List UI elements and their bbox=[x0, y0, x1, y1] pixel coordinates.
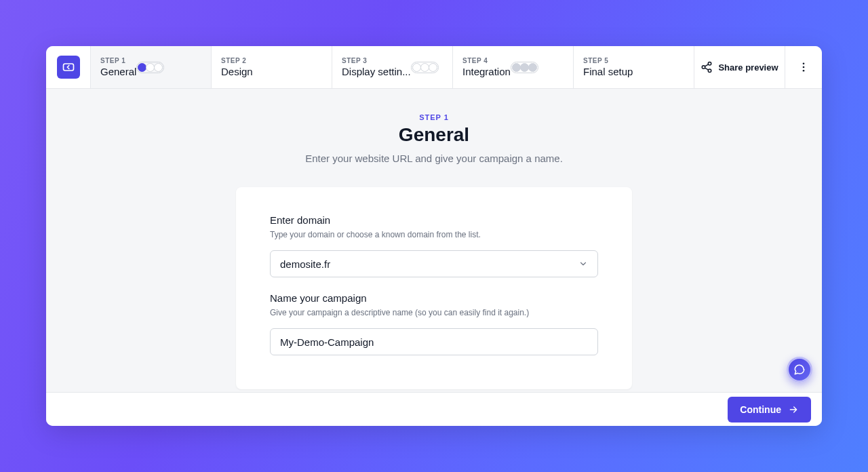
footer-bar: Continue bbox=[46, 392, 822, 426]
app-panel: STEP 1 General STEP 2 Design STEP 3 Disp… bbox=[46, 46, 822, 426]
domain-select[interactable]: demosite.fr bbox=[270, 250, 598, 277]
share-icon bbox=[701, 61, 713, 73]
campaign-name-label: Name your campaign bbox=[270, 292, 598, 304]
progress-dots bbox=[136, 62, 164, 73]
share-label: Share preview bbox=[718, 62, 778, 73]
main-body: STEP 1 General Enter your website URL an… bbox=[46, 89, 822, 392]
domain-help: Type your domain or choose a known domai… bbox=[270, 230, 598, 239]
tab-step-1[interactable]: STEP 1 General bbox=[91, 46, 212, 88]
step-label: STEP 3 bbox=[342, 57, 411, 64]
page-step: STEP 1 bbox=[305, 113, 563, 121]
step-name: Design bbox=[221, 66, 253, 77]
step-label: STEP 1 bbox=[100, 57, 136, 64]
continue-button[interactable]: Continue bbox=[728, 397, 811, 422]
step-label: STEP 4 bbox=[462, 57, 511, 64]
campaign-name-input[interactable] bbox=[270, 328, 598, 355]
svg-point-6 bbox=[803, 70, 805, 72]
chevron-down-icon bbox=[578, 259, 588, 269]
continue-label: Continue bbox=[740, 404, 781, 415]
share-preview-button[interactable]: Share preview bbox=[694, 46, 785, 88]
progress-dots bbox=[411, 62, 439, 73]
page-subtitle: Enter your website URL and give your cam… bbox=[305, 153, 563, 164]
svg-point-1 bbox=[709, 62, 712, 66]
page-header: STEP 1 General Enter your website URL an… bbox=[305, 113, 563, 164]
step-name: Final setup bbox=[583, 66, 633, 77]
tab-step-3[interactable]: STEP 3 Display settin... bbox=[332, 46, 453, 88]
chat-icon bbox=[793, 363, 806, 376]
wizard-header: STEP 1 General STEP 2 Design STEP 3 Disp… bbox=[46, 46, 822, 89]
step-label: STEP 5 bbox=[583, 57, 633, 64]
arrow-right-icon bbox=[788, 404, 799, 415]
campaign-name-help: Give your campaign a descriptive name (s… bbox=[270, 308, 598, 317]
more-vertical-icon bbox=[797, 61, 810, 73]
svg-point-3 bbox=[709, 69, 712, 73]
step-name: Integration bbox=[462, 66, 511, 77]
step-name: General bbox=[100, 66, 136, 77]
form-card: Enter domain Type your domain or choose … bbox=[236, 187, 632, 389]
svg-point-4 bbox=[803, 62, 805, 64]
layers-icon bbox=[62, 60, 75, 74]
tab-step-5[interactable]: STEP 5 Final setup bbox=[574, 46, 694, 88]
svg-rect-0 bbox=[63, 64, 73, 71]
step-label: STEP 2 bbox=[221, 57, 253, 64]
more-menu-button[interactable] bbox=[785, 46, 822, 88]
app-logo-icon bbox=[57, 56, 80, 79]
tab-step-4[interactable]: STEP 4 Integration bbox=[453, 46, 574, 88]
step-name: Display settin... bbox=[342, 66, 411, 77]
page-title: General bbox=[305, 124, 563, 146]
domain-label: Enter domain bbox=[270, 214, 598, 226]
logo-cell[interactable] bbox=[46, 46, 91, 88]
tab-step-2[interactable]: STEP 2 Design bbox=[212, 46, 332, 88]
progress-dots bbox=[511, 62, 538, 73]
svg-point-2 bbox=[703, 66, 706, 69]
domain-value: demosite.fr bbox=[280, 258, 330, 270]
svg-point-5 bbox=[803, 66, 805, 68]
chat-fab-button[interactable] bbox=[787, 357, 812, 382]
